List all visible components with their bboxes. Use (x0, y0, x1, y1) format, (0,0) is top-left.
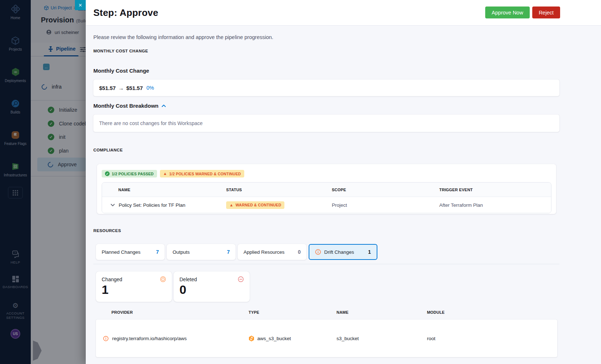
monthly-cost-breakdown-heading: Monthly Cost Breakdown (93, 103, 158, 109)
column-header: MODULE (427, 310, 557, 314)
cost-percent: 0% (147, 85, 154, 91)
module-cell: root (427, 336, 557, 341)
divider (93, 264, 559, 264)
chevron-down-icon[interactable] (111, 204, 115, 206)
check-circle-icon: ✓ (105, 171, 110, 176)
drawer-title: Step: Approve (93, 7, 158, 18)
warning-triangle-icon: ▲ (163, 172, 167, 176)
policy-table: NAME STATUS SCOPE TRIGGER EVENT Policy S… (102, 182, 551, 213)
close-icon[interactable]: ✕ (75, 0, 86, 10)
compliance-badges: ✓ 1/2 POLICIES PASSED ▲ 1/2 POLICIES WAR… (102, 170, 551, 177)
section-label-resources: RESOURCES (93, 228, 559, 233)
section-label-monthly-cost-change: MONTHLY COST CHANGE (93, 49, 559, 53)
stat-value: 1 (102, 283, 166, 296)
tab-outputs[interactable]: Outputs 7 (167, 244, 236, 260)
column-header: STATUS (226, 188, 332, 192)
provider-cell: registry.terraform.io/hashicorp/aws (96, 336, 249, 341)
name-cell: s3_bucket (337, 336, 427, 341)
tab-drift-changes[interactable]: Drift Changes 1 (309, 244, 377, 260)
type-cell: aws_s3_bucket (249, 335, 337, 342)
aws-provider-icon (249, 335, 254, 342)
changed-stat-card: Changed 1 (96, 271, 172, 302)
column-header: NAME (337, 310, 427, 314)
policies-passed-badge: ✓ 1/2 POLICIES PASSED (102, 170, 157, 177)
arrow-right-icon: → (118, 85, 124, 91)
tab-applied-resources[interactable]: Applied Resources 0 (238, 244, 306, 260)
drawer-header: Step: Approve Approve Now Reject (86, 0, 601, 26)
section-label-compliance: COMPLIANCE (93, 148, 559, 152)
stat-label: Changed (102, 277, 122, 282)
compliance-card: ✓ 1/2 POLICIES PASSED ▲ 1/2 POLICIES WAR… (97, 164, 556, 214)
cost-breakdown-empty-card: There are no cost changes for this Works… (93, 115, 559, 132)
drift-stat-cards: Changed 1 Deleted 0 (96, 271, 559, 302)
cost-change-card: $51.57 → $51.57 0% (93, 80, 559, 96)
policy-trigger-cell: After Terraform Plan (439, 202, 551, 208)
monthly-cost-breakdown-toggle[interactable]: Monthly Cost Breakdown (93, 103, 559, 109)
column-header: TRIGGER EVENT (439, 188, 551, 192)
policy-table-header: NAME STATUS SCOPE TRIGGER EVENT (102, 183, 551, 197)
tab-planned-changes[interactable]: Planned Changes 7 (96, 244, 165, 260)
drawer-actions: Approve Now Reject (485, 7, 560, 18)
monthly-cost-change-heading: Monthly Cost Change (93, 68, 559, 74)
column-header: NAME (102, 188, 226, 192)
policy-table-row: Policy Set: Policies for TF Plan ▲ WARNE… (102, 197, 551, 213)
info-circle-icon (103, 336, 109, 341)
policy-status-cell: ▲ WARNED & CONTINUED (226, 201, 332, 209)
warned-continued-badge: ▲ WARNED & CONTINUED (226, 201, 284, 209)
stat-label: Deleted (179, 277, 197, 282)
column-header: PROVIDER (96, 310, 249, 314)
approve-now-button[interactable]: Approve Now (485, 7, 530, 18)
cost-values: $51.57 → $51.57 (99, 85, 143, 91)
policy-scope-cell: Project (332, 202, 439, 208)
policies-warned-badge: ▲ 1/2 POLICIES WARNED & CONTINUED (160, 170, 244, 177)
deleted-stat-card: Deleted 0 (174, 271, 250, 302)
info-circle-icon (315, 249, 321, 255)
approve-drawer: Step: Approve Approve Now Reject Please … (86, 0, 601, 364)
resource-table-row: registry.terraform.io/hashicorp/aws aws_… (96, 320, 557, 357)
warning-triangle-icon: ▲ (229, 203, 233, 207)
reject-button[interactable]: Reject (532, 7, 560, 18)
column-header: TYPE (249, 310, 337, 314)
cost-from: $51.57 (99, 85, 116, 91)
stat-value: 0 (179, 283, 244, 296)
modal-backdrop (0, 0, 86, 364)
drawer-body: Please review the following information … (86, 26, 601, 357)
policy-name-cell: Policy Set: Policies for TF Plan (102, 202, 226, 208)
chevron-up-icon (162, 104, 166, 107)
changed-target-icon (160, 276, 166, 282)
deleted-minus-circle-icon (238, 276, 244, 282)
cost-to: $51.57 (126, 85, 143, 91)
column-header: SCOPE (332, 188, 439, 192)
resource-table-header: PROVIDER TYPE NAME MODULE (96, 310, 557, 314)
resource-tabs: Planned Changes 7 Outputs 7 Applied Reso… (96, 244, 559, 260)
approval-intro-text: Please review the following information … (93, 34, 559, 40)
